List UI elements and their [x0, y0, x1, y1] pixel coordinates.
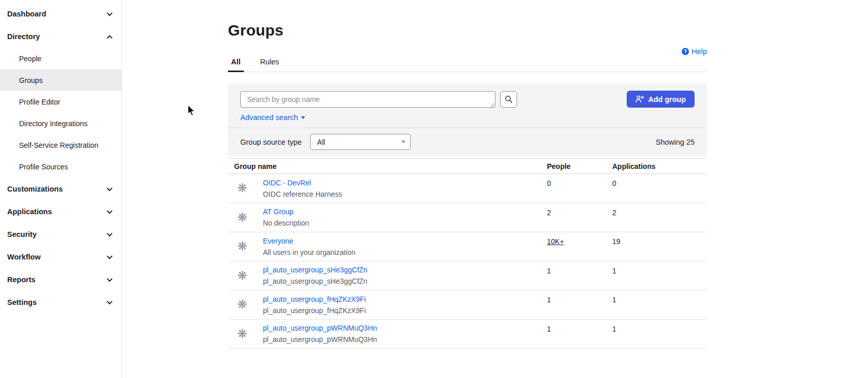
table-row: ❋ pl_auto_usergroup_fHqZKzX9Fi pl_auto_u…: [228, 290, 707, 320]
sidebar-item-label: Profile Editor: [19, 98, 60, 106]
group-description: All users in your organization: [263, 247, 547, 258]
table-row: ❋ Everyone All users in your organizatio…: [228, 232, 707, 262]
sidebar-item-label: Profile Sources: [19, 163, 68, 171]
sidebar-item-label: Customizations: [7, 185, 63, 193]
column-header-applications: Applications: [612, 162, 707, 170]
chevron-down-icon: [107, 10, 112, 16]
chevron-down-icon: [107, 208, 112, 214]
caret-down-icon: [401, 141, 405, 143]
group-icon: ❋: [237, 299, 247, 311]
sidebar-item-label: Groups: [19, 76, 43, 84]
sidebar-item-label: Applications: [7, 208, 52, 216]
sidebar-item-label: Dashboard: [7, 10, 46, 18]
applications-count: 0: [612, 174, 707, 188]
sidebar-item-label: Reports: [7, 276, 36, 284]
sidebar-item-profile-sources[interactable]: Profile Sources: [0, 156, 121, 178]
people-count: 2: [547, 203, 612, 217]
group-name-link[interactable]: OIDC - DevRel: [263, 177, 547, 188]
group-name-link[interactable]: Everyone: [263, 235, 547, 247]
sidebar-item-label: Directory Integrations: [19, 119, 87, 128]
caret-down-icon: [301, 116, 305, 119]
sidebar-item-reports[interactable]: Reports: [0, 268, 121, 291]
group-name-link[interactable]: AT Group: [263, 206, 547, 217]
group-icon: ❋: [237, 182, 247, 194]
group-description: pl_auto_usergroup_pWRNMuQ3Hn: [263, 334, 547, 345]
table-row: ❋ OIDC - DevRel OIDC reference Harness 0…: [228, 174, 707, 203]
sidebar-item-directory-integrations[interactable]: Directory Integrations: [0, 113, 121, 134]
main-content: Groups ? Help All Rules: [122, 0, 868, 378]
applications-count: 1: [612, 290, 707, 304]
table-row: ❋ pl_auto_usergroup_pWRNMuQ3Hn pl_auto_u…: [228, 320, 707, 349]
add-group-label: Add group: [648, 95, 686, 104]
group-icon: ❋: [237, 270, 247, 282]
search-icon: [505, 95, 512, 103]
tab-bar: All Rules: [228, 54, 707, 72]
sidebar-item-label: Workflow: [7, 253, 41, 261]
tab-all[interactable]: All: [228, 54, 244, 72]
group-name-link[interactable]: pl_auto_usergroup_sHe3ggCfZn: [263, 264, 547, 276]
chevron-down-icon: [107, 276, 112, 282]
page-title: Groups: [228, 21, 707, 40]
group-icon: ❋: [237, 240, 247, 252]
group-description: pl_auto_usergroup_fHqZKzX9Fi: [263, 305, 547, 316]
sidebar-item-label: People: [19, 55, 42, 63]
sidebar-item-settings[interactable]: Settings: [0, 291, 121, 314]
sidebar-item-people[interactable]: People: [0, 48, 121, 70]
sidebar-item-dashboard[interactable]: Dashboard: [0, 3, 121, 25]
people-count: 1: [547, 290, 612, 304]
people-count: 1: [547, 262, 612, 276]
groups-table: Group name People Applications ❋ OIDC - …: [228, 158, 707, 349]
sidebar-item-label: Self-Service Registration: [19, 141, 98, 149]
chevron-down-icon: [107, 253, 112, 259]
sidebar-item-self-service-registration[interactable]: Self-Service Registration: [0, 134, 121, 156]
column-header-group-name: Group name: [228, 162, 547, 170]
search-button[interactable]: [500, 91, 517, 108]
sidebar-item-label: Settings: [7, 298, 37, 306]
help-link-label: Help: [692, 47, 707, 56]
table-header-row: Group name People Applications: [228, 158, 707, 174]
chevron-down-icon: [107, 299, 112, 304]
select-value: All: [317, 138, 325, 146]
table-row: ❋ AT Group No description 2 2: [228, 203, 707, 233]
chevron-up-icon: [107, 35, 112, 41]
chevron-down-icon: [107, 231, 112, 236]
group-source-type-select[interactable]: All: [310, 134, 411, 150]
group-description: No description: [263, 217, 547, 229]
group-icon: ❋: [237, 328, 247, 340]
group-name-link[interactable]: pl_auto_usergroup_fHqZKzX9Fi: [263, 294, 547, 305]
add-group-button[interactable]: Add group: [627, 91, 695, 108]
tab-rules[interactable]: Rules: [257, 54, 282, 72]
search-box: [240, 91, 495, 108]
sidebar-item-label: Directory: [7, 32, 40, 41]
search-panel: Add group Advanced search Group source t…: [228, 83, 707, 156]
showing-count: Showing 25: [656, 138, 695, 146]
advanced-search-label: Advanced search: [240, 113, 298, 122]
applications-count: 1: [612, 262, 707, 276]
group-icon: ❋: [237, 212, 247, 224]
sidebar-item-directory[interactable]: Directory: [0, 25, 121, 48]
sidebar-item-profile-editor[interactable]: Profile Editor: [0, 91, 121, 113]
sidebar: Dashboard Directory People Groups Profil…: [0, 0, 122, 378]
applications-count: 2: [612, 203, 707, 217]
sidebar-item-applications[interactable]: Applications: [0, 200, 121, 223]
applications-count: 19: [612, 232, 707, 246]
sidebar-item-security[interactable]: Security: [0, 223, 121, 246]
people-count-link[interactable]: 10K+: [547, 237, 564, 246]
help-icon: ?: [682, 48, 689, 55]
add-person-icon: [635, 95, 644, 103]
sidebar-item-label: Security: [7, 230, 37, 238]
sidebar-item-groups[interactable]: Groups: [0, 70, 121, 91]
sidebar-item-customizations[interactable]: Customizations: [0, 178, 121, 200]
group-description: OIDC reference Harness: [263, 188, 547, 200]
group-source-type-label: Group source type: [240, 138, 302, 146]
group-description: pl_auto_usergroup_sHe3ggCfZn: [263, 276, 547, 287]
applications-count: 1: [612, 320, 707, 334]
sidebar-item-workflow[interactable]: Workflow: [0, 246, 121, 268]
advanced-search-link[interactable]: Advanced search: [240, 113, 695, 122]
people-count: 1: [547, 320, 612, 334]
search-input[interactable]: [240, 91, 495, 108]
group-name-link[interactable]: pl_auto_usergroup_pWRNMuQ3Hn: [263, 322, 547, 334]
people-count: 0: [547, 174, 612, 188]
column-header-people: People: [547, 162, 612, 170]
help-link[interactable]: ? Help: [682, 47, 707, 56]
